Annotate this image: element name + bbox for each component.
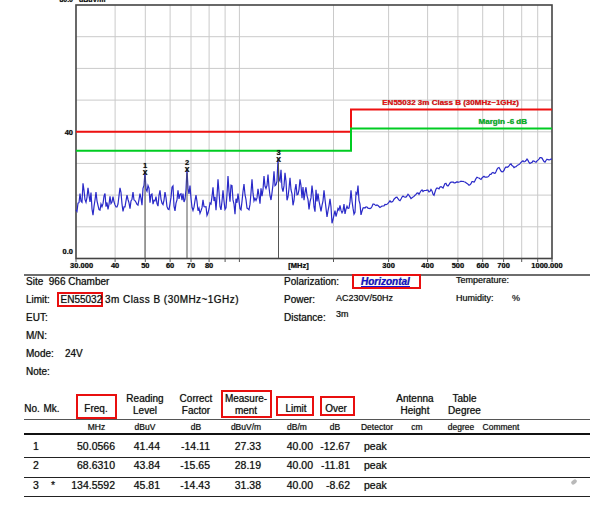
svg-text:80: 80	[205, 261, 213, 270]
svg-text:400: 400	[421, 261, 434, 270]
svg-text:1000.000: 1000.000	[531, 261, 562, 270]
svg-text:40: 40	[111, 261, 119, 270]
svg-text:600: 600	[476, 261, 489, 270]
svg-text:3: 3	[276, 148, 280, 157]
svg-text:1: 1	[143, 161, 147, 170]
svg-text:300: 300	[382, 261, 395, 270]
svg-text:dBuV/m: dBuV/m	[79, 0, 105, 3]
svg-text:50: 50	[141, 261, 149, 270]
svg-text:60: 60	[166, 261, 174, 270]
svg-text:0.0: 0.0	[63, 247, 73, 256]
svg-text:500: 500	[452, 261, 465, 270]
svg-text:2: 2	[185, 158, 189, 167]
svg-text:Margin -6 dB: Margin -6 dB	[479, 117, 528, 126]
svg-text:700: 700	[497, 261, 510, 270]
svg-text:30.000: 30.000	[70, 261, 93, 270]
svg-text:40: 40	[65, 128, 73, 137]
svg-text:80.0: 80.0	[59, 0, 73, 3]
svg-text:[MHz]: [MHz]	[288, 261, 309, 270]
svg-text:EN55032 3m Class B (30MHz~1GHz: EN55032 3m Class B (30MHz~1GHz)	[382, 98, 519, 107]
svg-text:70: 70	[187, 261, 195, 270]
